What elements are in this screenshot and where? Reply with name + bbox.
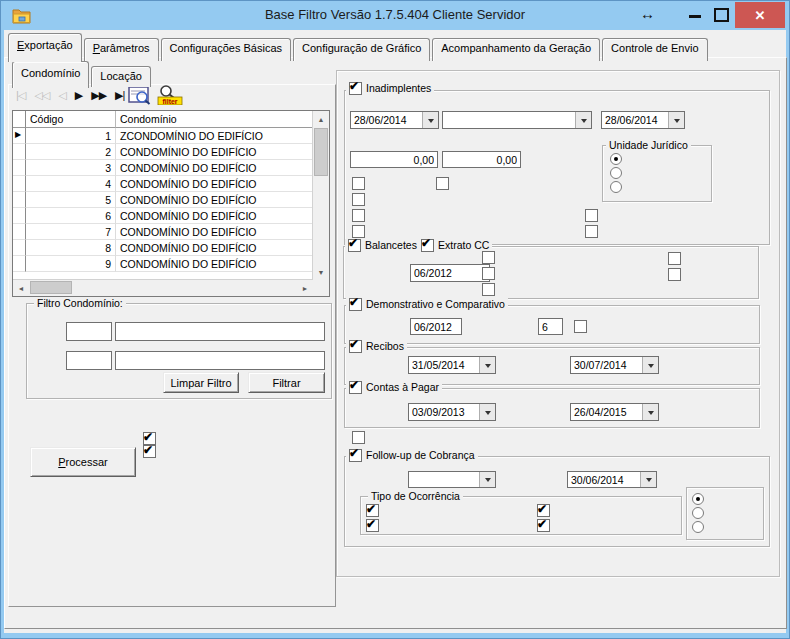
status-ativos-radio[interactable] [692,507,704,519]
status-todos-radio[interactable] [692,493,704,505]
incluir-itens-nao-obrig-checkbox[interactable] [352,193,365,206]
dropdown-arrow-icon[interactable] [575,112,591,128]
dropdown-arrow-icon[interactable] [640,472,656,487]
followup-data-inicial-combo[interactable] [408,471,496,488]
dropdown-arrow-icon[interactable] [642,404,658,420]
grid-vertical-scrollbar[interactable]: ▲ ▼ [312,111,329,280]
receitas-detalhadas-checkbox[interactable] [482,251,495,264]
tab-parametros[interactable]: Parâmetros [84,38,159,61]
followup-data-final-combo[interactable]: 30/06/2014 [567,471,657,488]
distribuicao-financeira-checkbox[interactable] [352,431,365,444]
honorarios-field[interactable] [350,151,438,168]
table-row[interactable]: 8 CONDOMÍNIO DO EDIFÍCIO [13,240,313,256]
contas-data-final-combo[interactable]: 26/04/2015 [570,403,659,421]
scroll-left-icon[interactable]: ◄ [13,280,29,296]
filtro-inicial-nome-field[interactable] [115,322,325,341]
juridico-checkbox[interactable] [366,504,379,517]
data-baixa-checkbox[interactable] [352,177,365,190]
maximize-button[interactable] [714,8,729,22]
separar-saldo-gestao-checkbox[interactable] [482,267,495,280]
contas-data-inicial-combo[interactable]: 03/09/2013 [408,403,496,421]
dropdown-arrow-icon[interactable] [642,357,658,373]
nav-next-page-icon[interactable]: ▶▶ [91,89,106,102]
filtro-final-codigo-field[interactable] [66,351,112,370]
dropdown-arrow-icon[interactable] [479,404,495,420]
preview-icon[interactable] [128,86,151,105]
scroll-down-icon[interactable]: ▼ [313,264,329,280]
table-row[interactable]: 7 CONDOMÍNIO DO EDIFÍCIO [13,224,313,240]
calcular-juros-sobre-multa-checkbox[interactable] [585,225,598,238]
followup-checkbox[interactable] [349,449,362,462]
nav-first-icon[interactable]: |◁ [16,89,25,102]
calcular-multa-juros-checkbox[interactable] [352,209,365,222]
scroll-right-icon[interactable]: ► [297,280,313,296]
tab-exportacao[interactable]: Exportação [8,33,82,62]
calculo-juros-multa-combo[interactable]: 28/06/2014 [601,111,685,129]
grid-header-condominio[interactable]: Condomínio [116,111,313,128]
balancetes-checkbox[interactable] [348,239,361,252]
tab-configuracoes-basicas[interactable]: Configurações Básicas [161,38,292,61]
unidade-todos-radio[interactable] [610,153,622,165]
extrato-cc-checkbox[interactable] [421,239,434,252]
devedores-checkbox[interactable] [537,519,550,532]
limpar-filtro-button[interactable]: Limpar Filtro [163,372,239,393]
modelo-com-grafico-checkbox[interactable] [574,320,587,333]
table-row[interactable]: 3 CONDOMÍNIO DO EDIFÍCIO [13,160,313,176]
filter-icon[interactable]: filter [157,85,183,105]
dropdown-arrow-icon[interactable] [479,472,495,487]
nav-prior-icon[interactable]: ◁ [58,89,65,102]
exibir-nome-condomino-checkbox[interactable] [585,209,598,222]
table-row[interactable]: 6 CONDOMÍNIO DO EDIFÍCIO [13,208,313,224]
demonstrativo-checkbox[interactable] [349,298,362,311]
processar-button[interactable]: Processar [30,447,136,477]
nav-next-icon[interactable]: ▶ [75,89,82,102]
grid-header-codigo[interactable]: Código [26,111,116,128]
subtab-locacao[interactable]: Locação [91,66,151,87]
normal-checkbox[interactable] [537,504,550,517]
incluir-desp-cobranca-checkbox[interactable] [436,177,449,190]
indice-correcao-combo[interactable] [442,111,592,129]
horizontal-scroll-thumb[interactable] [30,281,72,294]
dropdown-arrow-icon[interactable] [422,112,438,128]
num-meses-field[interactable] [538,318,563,335]
grid-horizontal-scrollbar[interactable]: ◄ ► [13,279,313,296]
table-row[interactable]: 9 CONDOMÍNIO DO EDIFÍCIO [13,256,313,272]
consumo-checkbox[interactable] [668,268,681,281]
table-row[interactable]: 4 CONDOMÍNIO DO EDIFÍCIO [13,176,313,192]
tab-configuracao-grafico[interactable]: Configuração de Gráfico [293,38,430,61]
tab-controle-envio[interactable]: Controle de Envio [602,38,707,61]
scroll-up-icon[interactable]: ▲ [313,111,329,127]
unidade-que-nao-estao-radio[interactable] [610,181,622,193]
data-limite-combo[interactable]: 28/06/2014 [350,111,439,129]
table-row[interactable]: 2 CONDOMÍNIO DO EDIFÍCIO [13,144,313,160]
tx-cobranca-field[interactable] [442,151,521,168]
filtrar-button[interactable]: Filtrar [248,372,325,393]
contas-a-pagar-checkbox[interactable] [349,381,362,394]
status-inativos-radio[interactable] [692,521,704,533]
table-row[interactable]: 5 CONDOMÍNIO DO EDIFÍCIO [13,192,313,208]
andamento-processo-checkbox[interactable] [366,519,379,532]
close-button[interactable]: ✕ [735,2,785,28]
balancetes-mes-ano-field[interactable] [410,264,490,282]
dropdown-arrow-icon[interactable] [668,112,684,128]
filtro-inicial-codigo-field[interactable] [66,322,112,341]
nao-imprimir-saldo-checkbox[interactable] [482,283,495,296]
nav-last-icon[interactable]: ▶| [115,89,124,102]
minimize-button[interactable] [689,15,701,18]
recibos-data-inicial-combo[interactable]: 31/05/2014 [408,356,496,374]
processar-base-locacao-checkbox[interactable] [143,445,156,458]
filtro-final-nome-field[interactable] [115,351,325,370]
dropdown-arrow-icon[interactable] [479,357,495,373]
demo-mes-ano-field[interactable] [410,318,462,335]
unidade-que-estao-radio[interactable] [610,167,622,179]
fornecedor-checkbox[interactable] [668,252,681,265]
table-row[interactable]: ▶ 1 ZCONDOMÍNIO DO EDIFÍCIO [13,128,313,144]
vertical-scroll-thumb[interactable] [314,128,328,176]
nav-prior-page-icon[interactable]: ◁◁ [34,89,49,102]
recibos-checkbox[interactable] [349,340,362,353]
resize-icon[interactable]: ↔ [640,5,655,22]
tab-acompanhamento-geracao[interactable]: Acompanhamento da Geração [432,38,600,61]
recibos-data-final-combo[interactable]: 30/07/2014 [570,356,659,374]
subtab-condominio[interactable]: Condomínio [12,61,89,88]
inadimplentes-checkbox[interactable] [349,82,362,95]
